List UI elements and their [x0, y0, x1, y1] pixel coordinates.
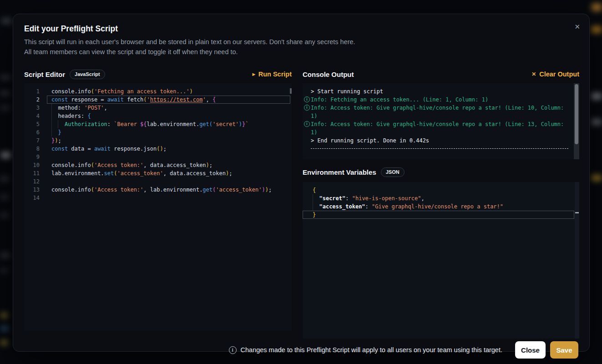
line-number: 13 [24, 186, 47, 194]
script-editor[interactable]: 1console.info('Fetching an access token.… [24, 83, 292, 331]
run-script-button[interactable]: ▸ Run Script [253, 71, 292, 78]
json-badge: JSON [381, 167, 405, 177]
code-line[interactable]: 11lab.environment.set('access_token', da… [24, 169, 292, 177]
close-button[interactable]: Close [515, 341, 546, 359]
modal-description: This script will run in each user's brow… [24, 37, 578, 57]
backdrop-blur [1, 313, 7, 318]
preflight-script-modal: ✕ Edit your Preflight Script This script… [13, 14, 590, 352]
indent-guide [51, 128, 52, 136]
code-line[interactable]: 4 headers: { [24, 112, 292, 120]
console-output-title: Console Output [303, 71, 354, 78]
save-button[interactable]: Save [550, 341, 578, 359]
run-script-label: Run Script [258, 71, 292, 78]
line-number: 10 [24, 161, 47, 169]
backdrop-blur [591, 175, 602, 181]
code-line[interactable]: "access_token": "Give graphql-hive/conso… [303, 202, 574, 211]
line-number: 11 [24, 169, 47, 177]
backdrop-blur [592, 4, 602, 11]
line-number: 7 [24, 136, 47, 145]
indent-guide [51, 120, 52, 128]
backdrop-blur [0, 195, 9, 199]
code-line[interactable]: } [303, 211, 574, 219]
play-icon: ▸ [253, 71, 255, 77]
code-line[interactable]: 3 method: 'POST', [24, 104, 292, 112]
modal-title: Edit your Preflight Script [24, 24, 578, 34]
code-line[interactable]: 14 [24, 194, 292, 202]
env-scroll-mark [575, 212, 579, 213]
script-editor-title: Script Editor [24, 71, 65, 78]
line-number: 14 [24, 194, 47, 202]
indent-guide [51, 112, 52, 120]
backdrop-blur [0, 75, 11, 80]
close-icon[interactable]: ✕ [574, 23, 580, 30]
console-line: > End running script. Done in 0.442s [303, 136, 579, 145]
console-line: iInfo: Fetching an access token... (Line… [303, 96, 579, 104]
info-icon: i [229, 346, 237, 354]
console-output[interactable]: > Start running scriptiInfo: Fetching an… [303, 83, 579, 159]
line-number: 9 [24, 153, 47, 161]
backdrop-blur [591, 26, 602, 33]
env-scrollbar[interactable] [575, 182, 579, 339]
code-line[interactable]: 10console.info('Access token:', data.acc… [24, 161, 292, 169]
console-line: > Start running script [303, 87, 579, 96]
modal-footer: i Changes made to this Preflight Script … [24, 341, 578, 359]
clear-icon: ✕ [531, 71, 536, 77]
backdrop-blur [1, 340, 7, 345]
code-line[interactable]: 1console.info('Fetching an access token.… [24, 87, 292, 96]
console-line: iInfo: Access token: Give graphql-hive/c… [303, 104, 579, 112]
indent-guide [313, 194, 313, 202]
backdrop-blur [0, 213, 9, 217]
indent-guide [313, 202, 313, 211]
code-line[interactable]: 8const data = await response.json(); [24, 145, 292, 153]
clear-output-button[interactable]: ✕ Clear Output [531, 71, 579, 78]
code-line[interactable]: 7}); [24, 136, 292, 145]
line-number: 12 [24, 177, 47, 186]
line-number: 1 [24, 87, 47, 96]
indent-guide [58, 120, 58, 128]
indent-guide [51, 104, 52, 112]
backdrop-blur [1, 152, 11, 158]
console-separator [311, 148, 568, 149]
backdrop-blur [0, 268, 8, 273]
environment-variables-title: Environment Variables [303, 168, 376, 176]
backdrop-blur [1, 18, 12, 24]
line-number: 6 [24, 128, 47, 136]
info-icon: i [304, 121, 310, 127]
code-line[interactable]: 5 Authorization: `Bearer ${lab.environme… [24, 120, 292, 128]
output-section: Console Output ✕ Clear Output > Start ru… [303, 68, 579, 339]
script-editor-section: Script Editor JavaScript ▸ Run Script 1c… [24, 68, 292, 339]
backdrop-blur [591, 93, 602, 99]
backdrop-blur [0, 253, 10, 258]
line-number: 2 [24, 96, 47, 104]
code-line[interactable]: 13console.info('Access token:', lab.envi… [24, 186, 292, 194]
backdrop-blur [1, 326, 8, 331]
line-number: 5 [24, 120, 47, 128]
line-number: 4 [24, 112, 47, 120]
modal-description-line2: All team members can view the script and… [24, 47, 578, 57]
footer-note: Changes made to this Preflight Script wi… [241, 346, 502, 354]
line-number: 8 [24, 145, 47, 153]
console-line: 1) [303, 128, 579, 136]
code-line[interactable]: "secret": "hive-is-open-source", [303, 194, 574, 202]
backdrop-blur [0, 106, 10, 110]
code-line[interactable]: 9 [24, 153, 292, 161]
console-line: iInfo: Access token: Give graphql-hive/c… [303, 120, 579, 128]
modal-description-line1: This script will run in each user's brow… [24, 37, 578, 47]
code-line[interactable]: 6 } [24, 128, 292, 136]
line-number: 3 [24, 104, 47, 112]
language-badge: JavaScript [70, 70, 105, 79]
info-icon: i [304, 105, 310, 111]
backdrop-blur [0, 91, 10, 96]
environment-variables-editor[interactable]: { "secret": "hive-is-open-source", "acce… [303, 182, 579, 339]
info-icon: i [304, 96, 310, 102]
console-line: 1) [303, 112, 579, 120]
code-line[interactable]: { [303, 186, 574, 194]
clear-output-label: Clear Output [539, 71, 579, 78]
code-line[interactable]: 2const response = await fetch('https://t… [24, 96, 292, 104]
code-line[interactable]: 12 [24, 177, 292, 186]
backdrop-blur [591, 119, 602, 125]
backdrop-blur [0, 177, 9, 181]
